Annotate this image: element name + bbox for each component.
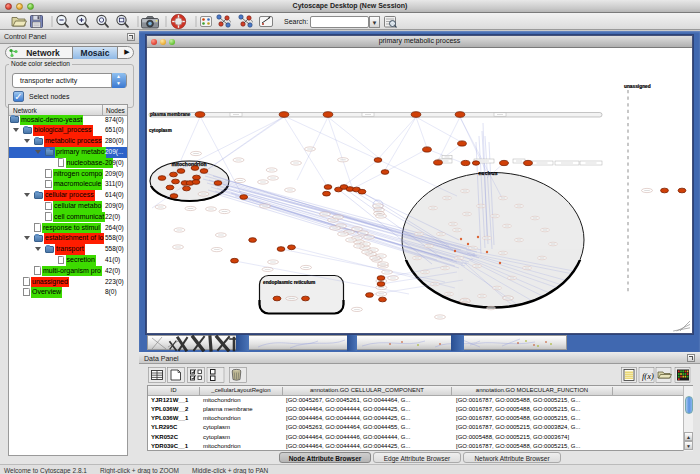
svg-text:cytoplasm: cytoplasm (149, 128, 172, 133)
svg-text:nucleus: nucleus (479, 170, 498, 176)
svg-text:unassigned: unassigned (624, 84, 651, 89)
svg-text:plasma membrane: plasma membrane (150, 112, 191, 117)
svg-text:endoplasmic reticulum: endoplasmic reticulum (263, 280, 315, 285)
svg-text:mitochondrion: mitochondrion (172, 161, 207, 167)
svg-text:f(x): f(x) (642, 371, 654, 381)
